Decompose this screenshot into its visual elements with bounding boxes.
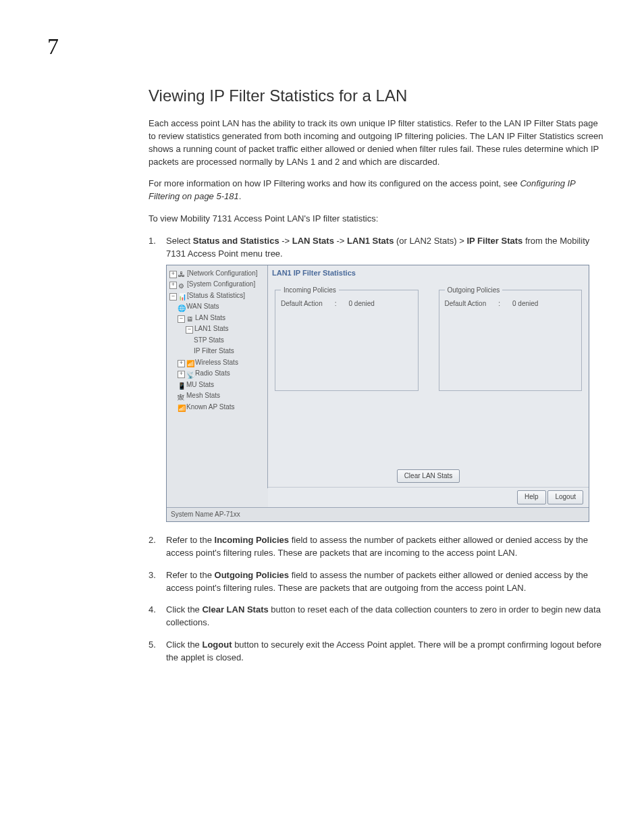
- chapter-number: 7: [47, 34, 603, 59]
- tree-label: [Network Configuration]: [187, 269, 258, 277]
- tree-item-ip-filter-stats[interactable]: IP Filter Stats: [169, 346, 267, 357]
- default-action-label: Default Action: [281, 299, 323, 309]
- lan-icon: 🖥: [186, 315, 194, 321]
- expand-icon[interactable]: +: [169, 282, 177, 289]
- chart-icon: 📊: [178, 292, 186, 298]
- text: Click the: [166, 604, 202, 615]
- default-action-label: Default Action: [445, 299, 487, 309]
- nav-tree: +🖧[Network Configuration] +⚙[System Conf…: [167, 265, 268, 488]
- tree-item-lan-stats[interactable]: −🖥LAN Stats: [169, 313, 267, 324]
- ap-icon: 📶: [178, 404, 185, 410]
- collapse-icon[interactable]: −: [178, 315, 185, 323]
- button-name: Logout: [202, 640, 232, 650]
- collapse-icon[interactable]: −: [169, 293, 177, 301]
- text: ->: [279, 236, 292, 246]
- step-number: 2.: [149, 534, 156, 547]
- wireless-icon: 📶: [186, 359, 194, 365]
- screenshot-main-panel: LAN1 IP Filter Statistics Incoming Polic…: [268, 265, 589, 507]
- panel-title: LAN1 IP Filter Statistics: [268, 265, 589, 282]
- tree-item-radio-stats[interactable]: +📡Radio Stats: [169, 368, 267, 380]
- menu-path-part: Status and Statistics: [193, 236, 279, 246]
- incoming-policies-group: Incoming Policies Default Action : 0 den…: [275, 286, 419, 391]
- menu-path-part: LAN1 Stats: [347, 236, 394, 246]
- step-1: 1. Select Status and Statistics -> LAN S…: [149, 235, 603, 522]
- outgoing-policies-group: Outgoing Policies Default Action : 0 den…: [439, 286, 583, 391]
- step-3: 3. Refer to the Outgoing Policies field …: [149, 569, 603, 595]
- radio-icon: 📡: [186, 371, 194, 377]
- tree-item-mesh-stats[interactable]: 🕸Mesh Stats: [169, 390, 267, 402]
- tree-label: Radio Stats: [195, 369, 230, 377]
- tree-item-known-ap-stats[interactable]: 📶Known AP Stats: [169, 402, 267, 413]
- outgoing-legend: Outgoing Policies: [445, 286, 503, 296]
- expand-icon[interactable]: +: [178, 360, 185, 367]
- device-icon: 📱: [178, 382, 185, 388]
- intro-paragraph-3: To view Mobility 7131 Access Point LAN's…: [149, 213, 603, 226]
- intro-paragraph-1: Each access point LAN has the ability to…: [149, 118, 603, 168]
- tree-label: [System Configuration]: [187, 280, 255, 288]
- tree-label: Known AP Stats: [186, 403, 235, 411]
- incoming-legend: Incoming Policies: [281, 286, 339, 296]
- collapse-icon[interactable]: −: [186, 326, 193, 334]
- step-number: 1.: [149, 235, 156, 248]
- step-2: 2. Refer to the Incoming Policies field …: [149, 534, 603, 560]
- tree-item-stp-stats[interactable]: STP Stats: [169, 335, 267, 346]
- incoming-value: 0 denied: [349, 299, 375, 309]
- page-title: Viewing IP Filter Statistics for a LAN: [149, 86, 603, 105]
- tree-label: STP Stats: [194, 336, 224, 344]
- tree-item-mu-stats[interactable]: 📱MU Stats: [169, 380, 267, 391]
- step-number: 5.: [149, 639, 156, 652]
- text: Click the: [166, 640, 202, 650]
- tree-label: LAN Stats: [195, 314, 225, 321]
- text: ->: [334, 236, 347, 246]
- tree-label: MU Stats: [186, 381, 214, 388]
- status-bar: System Name AP-71xx: [167, 507, 589, 522]
- colon: :: [498, 299, 500, 309]
- tree-label: [Status & Statistics]: [187, 292, 245, 299]
- colon: :: [335, 299, 337, 309]
- text: Refer to the: [166, 535, 215, 545]
- menu-path-part: IP Filter Stats: [466, 236, 522, 246]
- step-number: 3.: [149, 569, 156, 582]
- tree-label: Mesh Stats: [186, 392, 220, 399]
- field-name: Outgoing Policies: [215, 570, 290, 580]
- tree-label: LAN1 Stats: [194, 325, 229, 332]
- intro-paragraph-2: For more information on how IP Filtering…: [149, 178, 603, 203]
- text: For more information on how IP Filtering…: [149, 178, 520, 188]
- step-number: 4.: [149, 604, 156, 617]
- tree-item-system-config[interactable]: +⚙[System Configuration]: [169, 279, 267, 290]
- expand-icon[interactable]: +: [169, 271, 177, 278]
- text: .: [239, 191, 242, 201]
- menu-path-part: LAN Stats: [292, 236, 334, 246]
- step-5: 5. Click the Logout button to securely e…: [149, 639, 603, 664]
- tree-item-network-config[interactable]: +🖧[Network Configuration]: [169, 268, 267, 280]
- tree-label: IP Filter Stats: [194, 347, 234, 355]
- tree-item-wireless-stats[interactable]: +📶Wireless Stats: [169, 357, 267, 369]
- tree-item-lan1-stats[interactable]: −LAN1 Stats: [169, 323, 267, 335]
- wan-icon: 🌐: [178, 304, 185, 310]
- mesh-icon: 🕸: [178, 393, 185, 399]
- tree-item-status-stats[interactable]: −📊[Status & Statistics]: [169, 290, 267, 302]
- help-button[interactable]: Help: [517, 490, 546, 504]
- button-name: Clear LAN Stats: [202, 604, 268, 615]
- text: Refer to the: [166, 570, 215, 580]
- step-4: 4. Click the Clear LAN Stats button to r…: [149, 604, 603, 629]
- field-name: Incoming Policies: [215, 535, 290, 545]
- expand-icon[interactable]: +: [178, 371, 185, 378]
- text: Select: [166, 236, 193, 246]
- gear-icon: ⚙: [178, 282, 186, 288]
- tree-label: Wireless Stats: [195, 359, 238, 366]
- tree-label: WAN Stats: [186, 303, 219, 310]
- logout-button[interactable]: Logout: [547, 490, 583, 504]
- clear-lan-stats-button[interactable]: Clear LAN Stats: [397, 469, 460, 484]
- folder-icon: 🖧: [178, 270, 186, 276]
- outgoing-value: 0 denied: [512, 299, 538, 309]
- text: button to securely exit the Access Point…: [166, 640, 601, 662]
- text: (or LAN2 Stats) >: [394, 236, 466, 246]
- tree-item-wan-stats[interactable]: 🌐WAN Stats: [169, 301, 267, 313]
- embedded-screenshot: ◂▸ +🖧[Network Configuration] +⚙[System C…: [166, 265, 589, 522]
